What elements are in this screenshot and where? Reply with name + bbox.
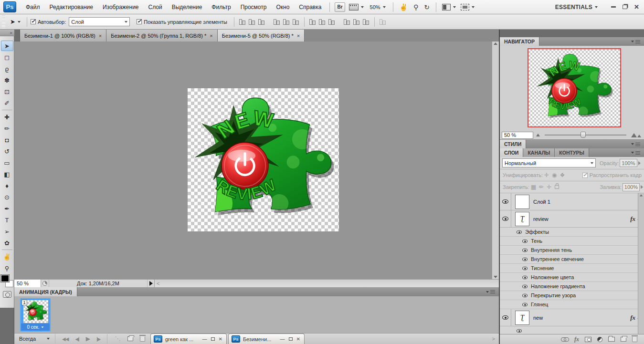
toolbar-collapse-button[interactable]: » xyxy=(0,30,14,36)
effects-group-row-clipped[interactable] xyxy=(500,326,644,334)
next-frame-button[interactable]: |▶ xyxy=(93,336,104,342)
lock-all-icon[interactable] xyxy=(555,185,559,189)
show-transform-controls-checkbox[interactable] xyxy=(137,19,142,24)
layer-row-new[interactable]: Ʈ new fx xyxy=(500,309,644,326)
eraser-tool[interactable]: ▭ xyxy=(1,157,13,168)
panel-menu-button[interactable] xyxy=(629,140,644,148)
effect-row-drop-shadow[interactable]: Тень xyxy=(500,237,644,246)
menu-help[interactable]: Справка xyxy=(294,0,326,14)
zoom-level-dropdown[interactable]: 50% xyxy=(366,4,390,10)
eye-icon[interactable] xyxy=(522,284,528,288)
visibility-cell[interactable] xyxy=(500,309,511,326)
scroll-up-icon[interactable] xyxy=(640,195,643,197)
layer-fx-badge[interactable]: fx xyxy=(630,314,637,322)
eye-icon[interactable] xyxy=(517,230,522,234)
previous-frame-button[interactable]: ◀| xyxy=(72,336,82,342)
horizontal-scrollbar[interactable]: < xyxy=(155,280,499,287)
lock-pixels-icon[interactable]: ✏ xyxy=(539,184,544,190)
healing-brush-tool[interactable]: ✚ xyxy=(1,112,13,122)
align-bottom-edges-icon[interactable] xyxy=(258,19,265,25)
eye-icon[interactable] xyxy=(522,257,528,261)
play-button[interactable]: ▶ xyxy=(83,335,93,342)
history-brush-tool[interactable]: ↺ xyxy=(1,146,13,156)
canvas-area[interactable] xyxy=(14,42,499,279)
fill-field[interactable]: 100% xyxy=(623,183,640,191)
tab-navigator[interactable]: НАВИГАТОР xyxy=(500,37,539,46)
eye-icon[interactable] xyxy=(502,199,508,204)
scroll-down-icon[interactable] xyxy=(494,276,497,278)
new-layer-icon[interactable] xyxy=(621,337,626,342)
tab-document-1[interactable]: Безимени-1 @ 100% (RGB/8) × xyxy=(20,30,106,42)
align-left-edges-icon[interactable] xyxy=(273,19,280,25)
menu-layer[interactable]: Слой xyxy=(144,0,167,14)
effect-row-color-overlay[interactable]: Наложение цвета xyxy=(500,273,644,282)
menu-filter[interactable]: Фильтр xyxy=(207,0,235,14)
navigator-zoom-field[interactable]: 50 % xyxy=(502,132,533,139)
dodge-tool[interactable]: ⊙ xyxy=(1,192,13,202)
effect-row-bevel[interactable]: Тиснение xyxy=(500,264,644,273)
distribute-top-edges-icon[interactable] xyxy=(309,19,316,25)
effects-group-row[interactable]: Эффекты xyxy=(500,228,644,237)
window-close-icon[interactable]: ✕ xyxy=(296,336,301,342)
distribute-horizontal-centers-icon[interactable] xyxy=(353,19,360,25)
zoom-tool-icon[interactable]: ⚲ xyxy=(411,3,421,11)
scroll-left-icon[interactable]: < xyxy=(157,281,159,286)
effect-row-pattern-overlay[interactable]: Перекрытие узора xyxy=(500,291,644,300)
quick-selection-tool[interactable]: ✽ xyxy=(1,75,13,85)
scroll-up-icon[interactable] xyxy=(494,42,497,45)
panel-menu-button[interactable] xyxy=(629,148,644,157)
quick-mask-button[interactable] xyxy=(3,291,11,298)
hand-tool[interactable]: ✌ xyxy=(1,251,13,262)
effect-row-inner-glow[interactable]: Внутреннее свечение xyxy=(500,255,644,264)
zoom-tool[interactable]: ⚲ xyxy=(1,263,13,273)
blend-mode-select[interactable]: Нормальный xyxy=(502,158,596,167)
add-layer-style-icon[interactable]: fx xyxy=(574,336,579,343)
window-minimize-icon[interactable]: — xyxy=(201,336,208,342)
distribute-bottom-edges-icon[interactable] xyxy=(328,19,335,25)
tab-channels[interactable]: КАНАЛЫ xyxy=(523,148,555,157)
panel-menu-button[interactable] xyxy=(484,287,499,296)
tab-close-icon[interactable]: × xyxy=(210,33,212,39)
rotate-view-icon[interactable]: ↻ xyxy=(421,3,433,11)
first-frame-button[interactable]: ◀◀ xyxy=(59,336,72,342)
eye-icon[interactable] xyxy=(522,275,528,279)
pen-tool[interactable]: ✒ xyxy=(1,203,13,214)
duplicate-frame-button[interactable] xyxy=(127,336,133,341)
clone-stamp-tool[interactable]: ◘ xyxy=(1,135,13,145)
window-close-icon[interactable]: ✕ xyxy=(218,336,223,342)
eye-icon[interactable] xyxy=(517,329,522,333)
move-tool[interactable]: ➤ xyxy=(1,41,13,51)
window-maximize-icon[interactable] xyxy=(211,337,215,341)
screen-mode-button[interactable] xyxy=(458,4,477,10)
layer-fx-badge[interactable]: fx xyxy=(630,215,637,223)
tab-close-icon[interactable]: × xyxy=(99,33,102,39)
path-selection-tool[interactable]: ➢ xyxy=(1,226,13,237)
eye-icon[interactable] xyxy=(522,293,528,297)
lock-position-icon[interactable]: ✛ xyxy=(547,184,551,190)
minimized-window-untitled[interactable]: Ps Безимени... — ✕ xyxy=(228,334,305,344)
tab-styles[interactable]: СТИЛИ xyxy=(500,140,526,148)
close-button[interactable]: ✕ xyxy=(634,3,639,10)
minimized-window-green[interactable]: Ps green как ... — ✕ xyxy=(150,334,227,344)
zoom-out-icon[interactable] xyxy=(536,134,540,136)
eye-icon[interactable] xyxy=(522,302,528,306)
status-menu-button[interactable] xyxy=(147,280,155,287)
zoom-slider[interactable] xyxy=(545,135,626,136)
current-tool-icon[interactable]: ➤ xyxy=(7,17,23,26)
grip-handle[interactable] xyxy=(2,16,5,28)
arrange-documents-button[interactable] xyxy=(440,4,458,10)
blur-tool[interactable]: ♦ xyxy=(1,180,13,191)
effect-row-gradient-overlay[interactable]: Наложение градиента xyxy=(500,282,644,291)
align-horizontal-centers-icon[interactable] xyxy=(283,19,290,25)
tab-animation[interactable]: АНИМАЦИЯ (КАДРЫ) xyxy=(14,287,77,296)
menu-edit[interactable]: Редактирование xyxy=(45,0,98,14)
new-group-icon[interactable] xyxy=(608,337,615,342)
menu-view[interactable]: Просмотр xyxy=(236,0,272,14)
bridge-button[interactable]: Br xyxy=(335,2,345,12)
document-artwork[interactable] xyxy=(188,88,339,231)
brush-tool[interactable]: ✏ xyxy=(1,123,13,134)
scroll-right-icon[interactable]: > xyxy=(492,336,495,342)
layers-scrollbar[interactable] xyxy=(638,193,644,334)
rectangular-marquee-tool[interactable]: ◻ xyxy=(1,52,13,63)
navigator-proxy-view[interactable] xyxy=(528,48,621,127)
